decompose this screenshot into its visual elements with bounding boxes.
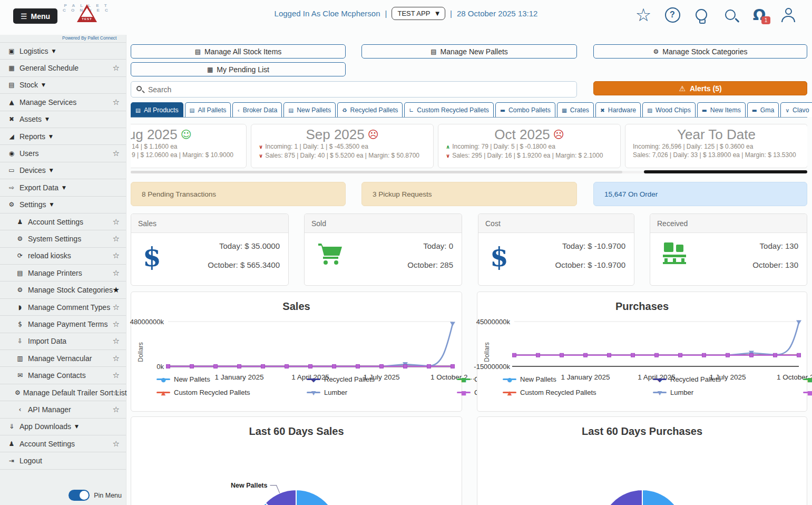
sidebar-item-stock[interactable]: ▤Stock▼ bbox=[0, 76, 126, 93]
sidebar-item-reports[interactable]: ◢Reports▼ bbox=[0, 128, 126, 144]
tab-hardware[interactable]: ✖Hardware bbox=[595, 102, 641, 117]
legend-marker-icon: ■ bbox=[807, 390, 812, 395]
sidebar-item-label: Manage Printers bbox=[28, 269, 82, 277]
favorites-star-icon[interactable]: ☆ bbox=[634, 4, 652, 25]
banner-3-pickup-requests[interactable]: 3 Pickup Requests bbox=[361, 182, 577, 206]
help-icon[interactable]: ? bbox=[663, 4, 681, 25]
manage-new-pallets-button[interactable]: ▤ Manage New Pallets bbox=[361, 44, 577, 59]
sidebar-item-app-downloads[interactable]: ⇓App Downloads▼ bbox=[0, 418, 126, 435]
user-profile-icon[interactable] bbox=[779, 4, 797, 25]
horizontal-scrollbar-thumb-light[interactable] bbox=[131, 171, 622, 173]
datetime-label: 28 October 2025 13:12 bbox=[457, 9, 537, 18]
tab-new-pallets[interactable]: ▤New Pallets bbox=[283, 102, 336, 117]
banner-8-pending-transactions[interactable]: 8 Pending Transactions bbox=[131, 182, 346, 206]
sidebar-item-general-schedule[interactable]: ▦General Schedule☆ bbox=[0, 59, 126, 76]
favorite-star-icon[interactable]: ☆ bbox=[113, 319, 120, 329]
sidebar-item-assets[interactable]: ✖Assets▼ bbox=[0, 111, 126, 128]
favorite-star-icon[interactable]: ☆ bbox=[113, 371, 120, 380]
favorite-star-icon[interactable]: ★ bbox=[113, 285, 120, 295]
favorite-star-icon[interactable]: ☆ bbox=[113, 234, 120, 244]
chart-legend: ● New Pallets ◆ Recycled Pallets ■ Combo… bbox=[503, 375, 798, 396]
notifications-bell-icon[interactable]: Ω 1 bbox=[750, 4, 768, 25]
stat-today-value: Today: $ 35.0000 bbox=[219, 241, 280, 250]
sidebar-item-manage-stock-categories[interactable]: ⚙Manage Stock Categories★ bbox=[0, 281, 126, 298]
favorite-star-icon[interactable]: ☆ bbox=[113, 217, 120, 227]
tab-combo-pallets[interactable]: ▬Combo Pallets bbox=[495, 102, 555, 117]
sales-line-chart-card: Sales48000000k0kDollars1 January 20251 A… bbox=[131, 292, 462, 412]
favorite-star-icon[interactable]: ☆ bbox=[113, 268, 120, 278]
favorite-star-icon[interactable]: ☆ bbox=[113, 303, 120, 312]
sidebar-item-manage-services[interactable]: ▲Manage Services☆ bbox=[0, 93, 126, 110]
sidebar-item-manage-vernacular[interactable]: ▥Manage Vernacular☆ bbox=[0, 349, 126, 366]
app-select-value: TEST APP bbox=[397, 9, 430, 17]
tab-crates[interactable]: ▦Crates bbox=[557, 102, 594, 117]
tab-wood-chips[interactable]: ▨Wood Chips bbox=[642, 102, 696, 117]
legend-item-new-pallets: ● New Pallets bbox=[156, 375, 307, 383]
banner-15-647-on-order[interactable]: 15,647 On Order bbox=[593, 182, 807, 206]
sidebar-item-reload-kiosks[interactable]: ⟳reload kiosks☆ bbox=[0, 247, 126, 264]
tab-gma[interactable]: ▬Gma bbox=[747, 102, 779, 117]
favorite-star-icon[interactable]: ☆ bbox=[113, 149, 120, 158]
legend-item-lumber: ▼ Lumber bbox=[653, 389, 803, 396]
chart-title: Purchases bbox=[477, 300, 807, 313]
manage-all-stock-items-button[interactable]: ▤ Manage All Stock Items bbox=[131, 44, 346, 59]
sidebar-item-manage-contacts[interactable]: ✉Manage Contacts☆ bbox=[0, 366, 126, 383]
sidebar-item-account-settings[interactable]: ♟Account Settings☆ bbox=[0, 213, 126, 230]
stat-card-cost: Cost $ Today: $ -10.9700 October: $ -10.… bbox=[478, 213, 634, 286]
favorite-star-icon[interactable]: ☆ bbox=[113, 388, 120, 397]
app-select[interactable]: TEST APP ▼ bbox=[392, 7, 445, 20]
tab-clavo[interactable]: ∨Clavo bbox=[780, 102, 812, 117]
tab-custom-recycled-pallets[interactable]: ∟Custom Recycled Pallets bbox=[404, 102, 494, 117]
horizontal-scrollbar-thumb-dark[interactable] bbox=[644, 170, 807, 173]
menu-button[interactable]: ☰ Menu bbox=[13, 8, 57, 24]
search-input[interactable] bbox=[131, 81, 577, 98]
sidebar-item-logout[interactable]: ⇥Logout bbox=[0, 452, 126, 469]
vocab-card-icon: ▥ bbox=[15, 355, 25, 362]
sidebar-item-import-data[interactable]: ⇩Import Data☆ bbox=[0, 333, 126, 349]
sidebar-item-system-settings[interactable]: ⚙System Settings☆ bbox=[0, 230, 126, 247]
favorite-star-icon[interactable]: ☆ bbox=[113, 63, 120, 73]
favorite-star-icon[interactable]: ☆ bbox=[113, 336, 120, 346]
app-logo: P A L L E T C O N N E C T TEST Powered B… bbox=[62, 3, 111, 41]
tab-broker-data[interactable]: ‹Broker Data bbox=[232, 102, 282, 117]
product-tabs: ▤All Products▤All Pallets‹Broker Data▤Ne… bbox=[131, 102, 807, 118]
sidebar-item-manage-default-trailer-sort-list[interactable]: ⚙Manage Default Trailer Sort List☆ bbox=[0, 384, 126, 401]
sidebar-item-api-manager[interactable]: ‹API Manager☆ bbox=[0, 401, 126, 417]
header-icons: ☆ ? Ω 1 bbox=[634, 4, 797, 25]
favorite-star-icon[interactable]: ☆ bbox=[113, 251, 120, 260]
sidebar-item-manage-comment-types[interactable]: ◗Manage Comment Types☆ bbox=[0, 298, 126, 315]
crate-icon: ▦ bbox=[562, 107, 567, 113]
sidebar-item-manage-payment-terms[interactable]: $Manage Payment Terms☆ bbox=[0, 315, 126, 332]
lightbulb-icon[interactable] bbox=[692, 4, 710, 25]
sidebar-item-manage-printers[interactable]: ▤Manage Printers☆ bbox=[0, 264, 126, 281]
legend-item-custom-recycled-pallets: ▲ Custom Recycled Pallets bbox=[503, 389, 653, 396]
happy-face-icon: ☺ bbox=[181, 128, 192, 141]
manage-stock-categories-button[interactable]: ⚙ Manage Stock Categories bbox=[593, 44, 807, 59]
search-icon[interactable] bbox=[721, 4, 739, 25]
pin-menu-toggle[interactable] bbox=[69, 490, 90, 501]
tab-recycled-pallets[interactable]: ♻Recycled Pallets bbox=[337, 102, 403, 117]
chevron-down-icon: ▼ bbox=[52, 48, 55, 54]
sidebar-item-devices[interactable]: ▭Devices▼ bbox=[0, 162, 126, 179]
sidebar-item-settings[interactable]: ⚙Settings▼ bbox=[0, 196, 126, 213]
favorite-star-icon[interactable]: ☆ bbox=[113, 439, 120, 449]
tab-new-items[interactable]: ▬New Items bbox=[697, 102, 746, 117]
month-card-title: Year To Date bbox=[625, 127, 807, 142]
purchases-line-chart-card: Purchases45000000k-15000000kDollars1 Jan… bbox=[477, 292, 807, 412]
sidebar-item-export-data[interactable]: ⇨Export Data▼ bbox=[0, 179, 126, 196]
legend-marker-icon: ■ bbox=[461, 390, 466, 395]
tab-all-pallets[interactable]: ▤All Pallets bbox=[185, 102, 231, 117]
stat-today-value: Today: 0 bbox=[423, 241, 453, 250]
sidebar-item-account-settings[interactable]: ♟Account Settings☆ bbox=[0, 435, 126, 452]
sidebar-item-users[interactable]: ◉Users☆ bbox=[0, 144, 126, 161]
stat-card-title: Cost bbox=[478, 214, 634, 233]
favorite-star-icon[interactable]: ☆ bbox=[113, 98, 120, 107]
tab-all-products[interactable]: ▤All Products bbox=[131, 102, 183, 117]
favorite-star-icon[interactable]: ☆ bbox=[113, 354, 120, 363]
alerts-button[interactable]: ⚠ Alerts (5) bbox=[593, 81, 807, 95]
sidebar-item-logistics[interactable]: ▣Logistics▼ bbox=[0, 42, 126, 59]
chevron-down-icon: ▼ bbox=[435, 11, 439, 16]
my-pending-list-button[interactable]: ▦ My Pending List bbox=[131, 62, 346, 76]
dollar-icon: $ bbox=[15, 321, 25, 328]
favorite-star-icon[interactable]: ☆ bbox=[113, 405, 120, 414]
